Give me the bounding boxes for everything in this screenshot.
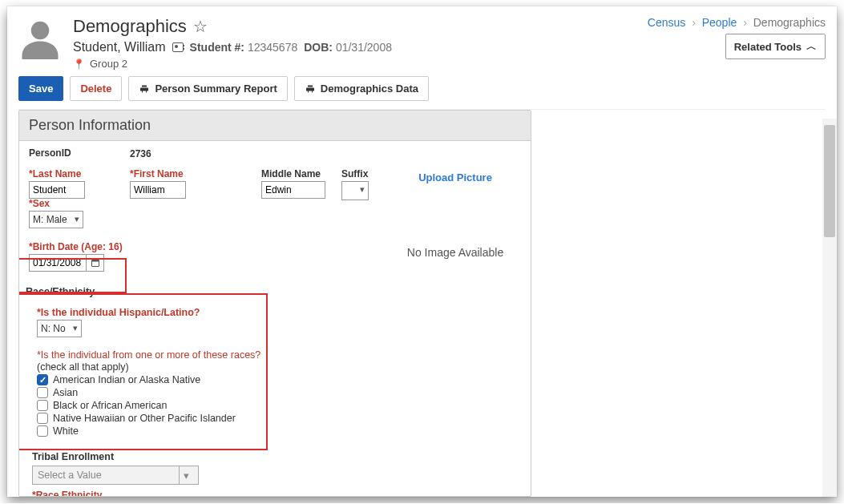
race-section-label: Race/Ethnicity: [26, 286, 524, 297]
delete-button[interactable]: Delete: [70, 76, 122, 101]
race-option: White: [37, 425, 516, 437]
race-checkbox[interactable]: ✓: [37, 374, 48, 385]
tribal-label: Tribal Enrollment: [32, 451, 524, 462]
birth-date-label: *Birth Date (Age: 16): [29, 241, 123, 252]
first-name-label: *First Name: [130, 168, 255, 179]
demographics-data-button[interactable]: Demographics Data: [294, 76, 429, 101]
race-option-label: Asian: [53, 387, 78, 398]
race-checkbox[interactable]: [37, 413, 48, 424]
summary-report-button[interactable]: Person Summary Report: [128, 76, 287, 101]
crumb-people[interactable]: People: [702, 16, 737, 29]
hispanic-select[interactable]: N: No: [37, 320, 82, 337]
calendar-icon[interactable]: [87, 254, 104, 272]
person-name: Student, William: [73, 40, 166, 54]
hispanic-value: N: No: [41, 323, 66, 334]
race-option: Native Hawaiian or Other Pacific Islande…: [37, 413, 516, 424]
delete-label: Delete: [80, 83, 111, 95]
demographics-data-label: Demographics Data: [321, 83, 418, 95]
race-option-label: American Indian or Alaska Native: [53, 374, 200, 385]
print-icon: [139, 84, 150, 94]
dob-label: DOB:: [304, 41, 333, 54]
race-option: Black or African American: [37, 400, 516, 411]
chevron-up-icon: ︿: [806, 39, 817, 54]
chevron-down-icon: ▾: [179, 466, 193, 484]
summary-report-label: Person Summary Report: [155, 83, 277, 95]
race-checkbox[interactable]: [37, 400, 48, 411]
scrollbar-thumb[interactable]: [824, 125, 835, 237]
race-checkbox[interactable]: [37, 387, 48, 398]
birth-date-input[interactable]: [29, 254, 87, 272]
person-id-label: PersonID: [29, 147, 123, 159]
race-option-label: Native Hawaiian or Other Pacific Islande…: [53, 413, 236, 424]
races-question: *Is the individual from one or more of t…: [37, 349, 260, 361]
first-name-input[interactable]: [130, 181, 186, 199]
race-option: Asian: [37, 387, 516, 398]
related-tools-label: Related Tools: [734, 41, 802, 53]
middle-name-label: Middle Name: [261, 168, 335, 179]
svg-rect-2: [91, 260, 99, 262]
person-id-value: 2736: [130, 148, 151, 159]
person-info-panel: Person Information PersonID 2736 *Last N…: [18, 110, 531, 497]
last-name-label: *Last Name: [29, 168, 123, 179]
save-label: Save: [29, 83, 53, 95]
page-title: Demographics: [73, 16, 187, 37]
dob-value: 01/31/2008: [336, 41, 392, 54]
race-option-label: Black or African American: [53, 400, 167, 411]
save-button[interactable]: Save: [18, 76, 63, 101]
suffix-select[interactable]: [341, 181, 369, 200]
sex-select[interactable]: M: Male: [29, 211, 83, 228]
student-no: 12345678: [248, 41, 297, 54]
student-no-label: Student #:: [190, 41, 244, 54]
panel-title: Person Information: [19, 111, 531, 141]
crumb-current: Demographics: [753, 16, 826, 29]
hispanic-question: *Is the individual Hispanic/Latino?: [37, 307, 516, 318]
tribal-placeholder: Select a Value: [38, 470, 102, 481]
breadcrumb: Census › People › Demographics: [648, 16, 826, 29]
sex-value: M: Male: [33, 214, 67, 225]
svg-rect-3: [93, 259, 94, 261]
svg-rect-4: [96, 259, 97, 261]
race-option: ✓American Indian or Alaska Native: [37, 374, 516, 385]
crumb-census[interactable]: Census: [648, 16, 685, 29]
truncated-label: *Race Ethnicity: [26, 490, 524, 496]
print-icon: [305, 84, 316, 94]
svg-point-0: [31, 22, 50, 40]
tribal-select[interactable]: Select a Value ▾: [32, 466, 199, 485]
suffix-label: Suffix: [341, 168, 383, 179]
group-label: Group 2: [90, 58, 127, 70]
race-checkbox[interactable]: [37, 425, 48, 437]
race-option-label: White: [53, 425, 79, 437]
races-hint: (check all that apply): [37, 361, 129, 373]
avatar: [18, 16, 62, 59]
pin-icon: 📍: [73, 58, 85, 70]
upload-picture-link[interactable]: Upload Picture: [418, 171, 492, 183]
favorite-icon[interactable]: ☆: [193, 17, 208, 36]
middle-name-input[interactable]: [261, 181, 325, 199]
no-image-label: No Image Available: [390, 246, 521, 259]
related-tools-button[interactable]: Related Tools ︿: [725, 34, 826, 59]
id-card-icon: [172, 42, 184, 52]
sex-label: *Sex: [29, 198, 83, 209]
